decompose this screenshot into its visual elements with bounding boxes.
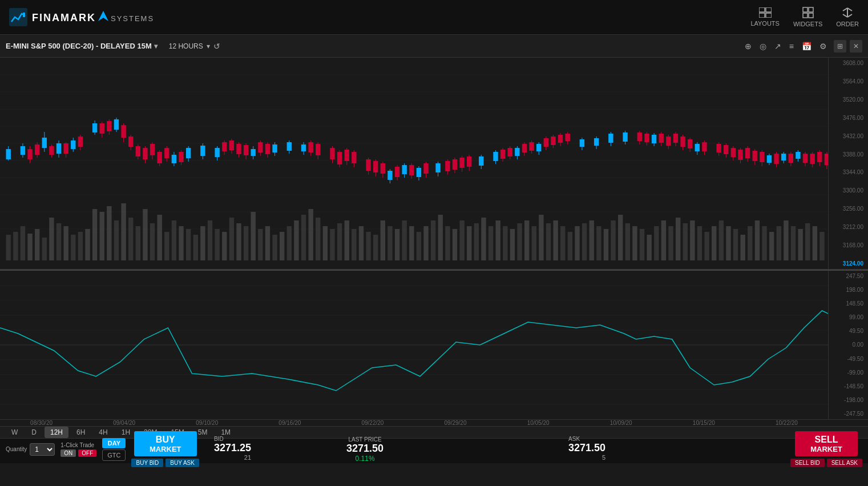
- svg-rect-8: [809, 7, 813, 12]
- calendar-tool[interactable]: 📅: [802, 42, 812, 51]
- svg-rect-109: [604, 229, 608, 260]
- svg-rect-98: [524, 220, 529, 260]
- svg-rect-213: [78, 136, 83, 147]
- svg-rect-45: [143, 209, 147, 260]
- svg-rect-141: [6, 149, 11, 159]
- off-button[interactable]: OFF: [78, 449, 96, 457]
- svg-rect-77: [373, 235, 378, 260]
- svg-rect-1: [23, 13, 25, 17]
- svg-rect-257: [352, 152, 356, 163]
- svg-rect-311: [716, 144, 721, 152]
- svg-rect-96: [510, 229, 515, 260]
- oscillator-svg: [0, 271, 828, 419]
- line-tool[interactable]: ↗: [774, 42, 781, 51]
- svg-line-14: [843, 14, 847, 17]
- x-label-2: 09/04/20: [113, 420, 135, 426]
- svg-rect-88: [453, 229, 457, 260]
- svg-line-12: [843, 8, 847, 11]
- svg-rect-227: [150, 144, 155, 155]
- svg-rect-121: [690, 220, 695, 260]
- svg-rect-36: [78, 232, 83, 260]
- sell-bid-button[interactable]: SELL BID: [790, 459, 825, 467]
- svg-rect-94: [495, 220, 500, 260]
- x-label-7: 10/05/20: [527, 420, 550, 426]
- chart-title-dropdown-icon[interactable]: ▾: [154, 42, 158, 50]
- sell-market-button[interactable]: SELL MARKET: [795, 431, 858, 456]
- svg-rect-211: [63, 143, 68, 154]
- svg-rect-171: [387, 171, 392, 180]
- svg-rect-72: [337, 223, 342, 260]
- svg-rect-105: [575, 226, 579, 260]
- layouts-nav[interactable]: LAYOUTS: [750, 7, 780, 27]
- svg-rect-118: [668, 226, 673, 260]
- crosshair-tool[interactable]: ⊕: [745, 42, 752, 51]
- svg-rect-92: [481, 218, 486, 260]
- svg-rect-193: [623, 132, 627, 142]
- svg-rect-327: [789, 154, 793, 163]
- svg-rect-297: [644, 134, 649, 142]
- svg-rect-4: [766, 7, 772, 12]
- chart-title: E-MINI S&P 500 (DEC-20) - DELAYED 15M ▾: [6, 42, 158, 50]
- svg-rect-179: [479, 156, 483, 166]
- svg-rect-49: [172, 220, 176, 260]
- oneclick-label: 1-Click Trade: [60, 442, 94, 448]
- y-label-5: 3432.00: [829, 133, 866, 139]
- chart-header: E-MINI S&P 500 (DEC-20) - DELAYED 15M ▾ …: [0, 35, 868, 58]
- svg-rect-301: [666, 136, 671, 146]
- order-nav[interactable]: ORDER: [836, 7, 859, 27]
- svg-rect-269: [423, 163, 428, 174]
- gtc-button[interactable]: GTC: [102, 449, 126, 461]
- svg-line-13: [847, 8, 852, 11]
- timeframe-label[interactable]: 12 HOURS: [169, 42, 203, 50]
- tf-12H[interactable]: 12H: [45, 427, 68, 438]
- osc-y-9: -148.50: [829, 383, 866, 389]
- svg-rect-221: [128, 136, 133, 147]
- svg-rect-263: [381, 163, 385, 174]
- refresh-button[interactable]: ↺: [213, 42, 220, 51]
- svg-rect-197: [695, 144, 700, 151]
- y-label-7: 3344.00: [829, 169, 866, 175]
- oscillator-body[interactable]: [0, 271, 828, 419]
- expand-chart-button[interactable]: ⊞: [834, 40, 846, 53]
- settings-tool[interactable]: ⚙: [819, 42, 827, 51]
- svg-rect-207: [35, 144, 39, 155]
- svg-rect-231: [164, 148, 169, 158]
- last-price-section: LAST PRICE 3271.50 0.11%: [346, 436, 383, 463]
- buy-market-button[interactable]: BUY MARKET: [134, 431, 197, 456]
- buy-ask-button[interactable]: BUY ASK: [165, 459, 199, 467]
- widgets-nav[interactable]: WIDGETS: [793, 7, 822, 27]
- tf-4H[interactable]: 4H: [93, 427, 113, 438]
- tf-D[interactable]: D: [26, 427, 42, 438]
- svg-rect-175: [417, 168, 421, 177]
- svg-rect-279: [500, 150, 505, 159]
- candlestick-body[interactable]: [0, 58, 828, 269]
- y-label-4: 3476.00: [829, 115, 866, 121]
- svg-rect-333: [817, 152, 822, 162]
- y-label-9: 3256.00: [829, 206, 866, 212]
- timeframe-dropdown-icon[interactable]: ▾: [207, 42, 210, 50]
- tf-6H[interactable]: 6H: [71, 427, 91, 438]
- svg-rect-85: [431, 220, 435, 260]
- svg-rect-163: [251, 149, 256, 156]
- tf-W[interactable]: W: [6, 427, 23, 438]
- svg-rect-32: [49, 218, 54, 260]
- day-button[interactable]: DAY: [102, 438, 126, 448]
- sell-ask-button[interactable]: SELL ASK: [827, 459, 862, 467]
- price-tool[interactable]: ◎: [760, 42, 766, 51]
- svg-rect-161: [215, 148, 219, 157]
- svg-rect-329: [803, 154, 808, 163]
- svg-rect-147: [56, 143, 61, 154]
- y-label-10: 3212.00: [829, 224, 866, 230]
- svg-rect-74: [352, 229, 356, 260]
- svg-rect-10: [809, 13, 813, 18]
- x-label-1: 08/30/20: [30, 420, 53, 426]
- time-selector: 12 HOURS ▾ ↺: [169, 42, 220, 51]
- svg-rect-37: [85, 229, 90, 260]
- buy-bid-button[interactable]: BUY BID: [131, 459, 163, 467]
- x-label-4: 09/16/20: [278, 420, 301, 426]
- svg-rect-53: [200, 226, 205, 260]
- layers-tool[interactable]: ≡: [789, 42, 794, 51]
- quantity-selector[interactable]: 1 2 5 10: [30, 443, 55, 456]
- close-chart-button[interactable]: ✕: [850, 40, 862, 53]
- svg-rect-51: [186, 229, 191, 260]
